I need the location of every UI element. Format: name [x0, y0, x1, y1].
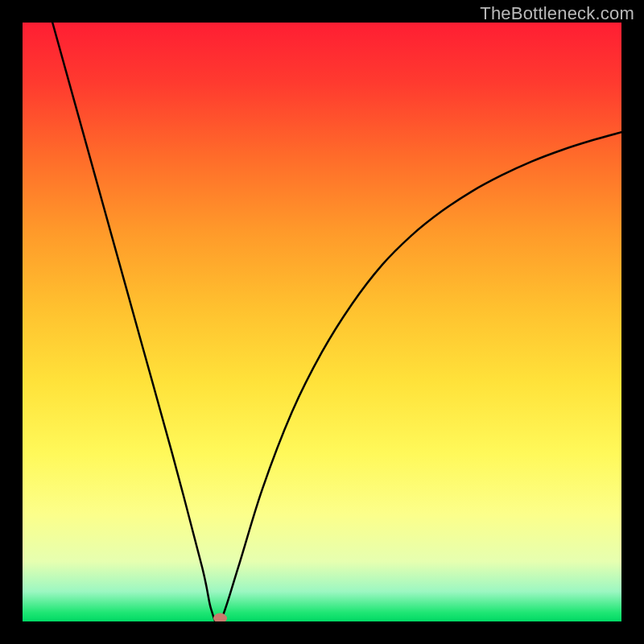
chart-plot-area: [23, 23, 621, 621]
bottleneck-curve: [52, 23, 621, 621]
watermark-text: TheBottleneck.com: [480, 3, 634, 24]
chart-frame: TheBottleneck.com: [0, 0, 644, 644]
optimum-marker: [214, 613, 227, 621]
chart-svg: [23, 23, 621, 621]
